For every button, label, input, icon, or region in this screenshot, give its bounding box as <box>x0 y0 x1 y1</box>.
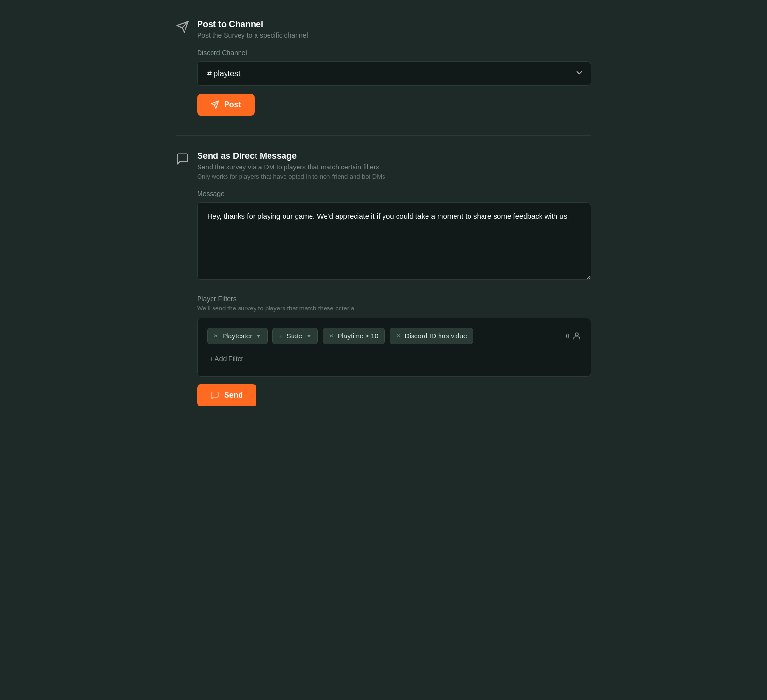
message-textarea[interactable]: Hey, thanks for playing our game. We'd a… <box>197 202 591 280</box>
player-filters-label: Player Filters <box>197 295 591 303</box>
post-to-channel-section: Post to Channel Post the Survey to a spe… <box>176 19 591 116</box>
channel-select[interactable]: # playtest# general# announcements <box>197 61 591 86</box>
filter-tag-playtester[interactable]: ✕ Playtester ▼ <box>207 328 268 344</box>
send-button-label: Send <box>224 391 243 400</box>
playtester-chevron-icon: ▼ <box>256 333 261 339</box>
dm-title-group: Send as Direct Message Send the survey v… <box>197 151 385 180</box>
state-plus-icon: + <box>279 332 283 340</box>
channel-select-wrapper: # playtest# general# announcements <box>197 61 591 86</box>
dm-section-header: Send as Direct Message Send the survey v… <box>176 151 591 180</box>
filter-tag-playtime[interactable]: ✕ Playtime ≥ 10 <box>323 328 385 344</box>
post-section-header: Post to Channel Post the Survey to a spe… <box>176 19 591 39</box>
playtester-remove-icon[interactable]: ✕ <box>213 333 218 339</box>
add-filter-button[interactable]: + Add Filter <box>207 351 245 366</box>
filters-row: ✕ Playtester ▼ + State ▼ ✕ Playtime ≥ 10 <box>207 328 581 344</box>
post-subtitle: Post the Survey to a specific channel <box>197 31 308 39</box>
post-title-group: Post to Channel Post the Survey to a spe… <box>197 19 308 39</box>
playtime-remove-icon[interactable]: ✕ <box>329 333 334 339</box>
filter-tag-state[interactable]: + State ▼ <box>272 328 318 344</box>
discord-id-remove-icon[interactable]: ✕ <box>396 333 401 339</box>
playtime-label: Playtime ≥ 10 <box>338 332 379 340</box>
filters-count: 0 <box>566 332 581 340</box>
state-chevron-icon: ▼ <box>306 333 312 339</box>
post-button[interactable]: Post <box>197 94 255 116</box>
filter-tag-discord-id[interactable]: ✕ Discord ID has value <box>390 328 473 344</box>
send-button[interactable]: Send <box>197 384 256 406</box>
section-divider <box>176 135 591 136</box>
svg-point-4 <box>575 333 578 336</box>
add-filter-label: + Add Filter <box>209 355 243 363</box>
dm-subtitle: Send the survey via a DM to players that… <box>197 163 385 171</box>
post-title: Post to Channel <box>197 19 308 29</box>
message-label: Message <box>197 190 591 197</box>
person-icon <box>572 332 581 340</box>
dm-icon <box>176 152 189 166</box>
channel-label: Discord Channel <box>197 49 591 56</box>
message-textarea-wrapper: Hey, thanks for playing our game. We'd a… <box>197 202 591 281</box>
filters-box: ✕ Playtester ▼ + State ▼ ✕ Playtime ≥ 10 <box>197 318 591 377</box>
send-dm-section: Send as Direct Message Send the survey v… <box>176 151 591 406</box>
player-filters-subtitle: We'll send the survey to players that ma… <box>197 305 591 312</box>
playtester-label: Playtester <box>222 332 252 340</box>
dm-title: Send as Direct Message <box>197 151 385 161</box>
post-button-icon <box>211 100 219 109</box>
discord-id-label: Discord ID has value <box>405 332 467 340</box>
post-button-label: Post <box>224 100 241 109</box>
post-icon <box>176 20 189 34</box>
send-button-icon <box>211 391 219 400</box>
state-label: State <box>286 332 302 340</box>
match-count: 0 <box>566 332 569 340</box>
page-container: Post to Channel Post the Survey to a spe… <box>176 19 591 426</box>
dm-subtitle2: Only works for players that have opted i… <box>197 173 385 180</box>
